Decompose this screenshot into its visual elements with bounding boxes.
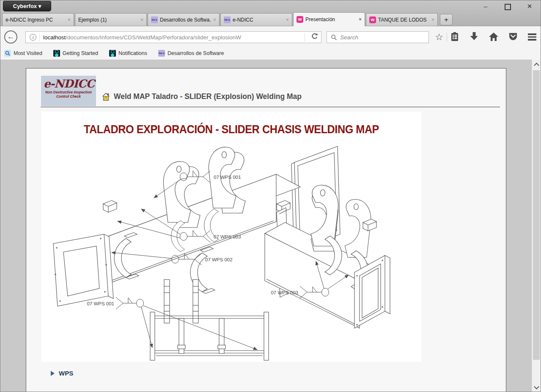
chevron-down-icon (534, 384, 539, 389)
minimize-button[interactable]: – (478, 1, 493, 11)
notifications-icon (109, 50, 116, 57)
callout-label-4: 07 WPS 001 (87, 301, 114, 306)
search-box[interactable]: Search (327, 31, 429, 43)
collapsed-arrow-icon (51, 371, 55, 376)
tab-label: Desarrollos de Softwa... (160, 17, 211, 23)
url-path: /documentos/Informes/CDS/WeldMap/Perfora… (66, 34, 241, 41)
tab-close-icon[interactable]: × (431, 17, 434, 23)
back-button[interactable]: ← (4, 30, 17, 44)
tab-endicc[interactable]: NCS e-NDICC × (220, 13, 292, 26)
url-text[interactable]: localhost/documentos/Informes/CDS/WeldMa… (43, 34, 305, 41)
bookmark-label: Notifications (118, 50, 147, 56)
downloads-button[interactable] (469, 32, 480, 42)
new-tab-button[interactable]: + (440, 14, 453, 25)
callout-label-2: 07 WPS 003 (214, 234, 241, 239)
tab-label: e-NDICC (233, 17, 284, 23)
navigation-toolbar: ← i localhost/documentos/Informes/CDS/We… (0, 26, 541, 47)
bookmark-label: Most Visited (14, 50, 42, 56)
maximize-button[interactable] (500, 1, 515, 11)
search-icon (331, 34, 337, 41)
callout-label-3: 07 WPS 002 (205, 257, 233, 262)
bookmark-label: Getting Started (63, 50, 98, 56)
ncs-icon: NCS (158, 50, 165, 57)
url-divider (39, 33, 40, 41)
ncs-favicon: NCS (224, 16, 231, 23)
clipboard-icon (450, 32, 459, 41)
bookmarks-panel-button[interactable] (449, 32, 460, 42)
tab-tanque-de-lodos[interactable]: w TANQUE DE LODOS × (366, 13, 438, 26)
pocket-icon (508, 32, 518, 41)
tab-label: e-NDICC Ingreso PC (5, 17, 66, 23)
scroll-up-button[interactable] (532, 60, 541, 69)
reload-icon (311, 33, 319, 40)
site-info-icon[interactable]: i (30, 34, 36, 41)
bookmark-star-button[interactable]: ☆ (434, 32, 445, 42)
tab-close-icon[interactable]: × (286, 17, 289, 23)
tab-presentacion-active[interactable]: w Presentación × (293, 12, 365, 26)
callout-label-1: 07 WPS 001 (214, 175, 241, 180)
download-icon (470, 32, 478, 41)
home-button[interactable] (488, 32, 499, 42)
content-panel: e-NDICC Non Destructive Inspection Contr… (26, 68, 506, 392)
bookmark-label: Desarrollos de Software (168, 50, 224, 56)
endicc-logo: e-NDICC Non Destructive Inspection Contr… (41, 76, 96, 106)
tab-label: Ejemplos (1) (78, 17, 139, 23)
wps-section-toggle[interactable]: WPS (51, 370, 73, 377)
wamp-favicon: w (297, 16, 303, 23)
reload-button[interactable] (308, 33, 321, 42)
scrollbar-thumb[interactable] (533, 70, 540, 360)
page-viewport: e-NDICC Non Destructive Inspection Contr… (0, 60, 541, 392)
tab-close-icon[interactable]: × (140, 17, 143, 23)
page-heading-row: Weld MAP Taladro - SLIDER (Explosion) We… (102, 92, 302, 101)
tab-label: Presentación (305, 16, 357, 22)
search-placeholder: Search (340, 34, 358, 41)
url-divider (305, 33, 305, 41)
maximize-icon (505, 4, 511, 10)
vertical-scrollbar[interactable] (532, 60, 541, 392)
bookmark-notifications[interactable]: Notifications (109, 50, 147, 57)
tab-close-icon[interactable]: × (213, 17, 216, 23)
wamp-favicon: w (369, 16, 376, 23)
scroll-down-button[interactable] (532, 383, 541, 392)
toolbar-divider (447, 33, 447, 41)
weld-map-drawing: 07 WPS 001 07 WPS 003 07 WPS 002 (41, 112, 421, 362)
bookmark-desarrollos[interactable]: NCS Desarrollos de Software (158, 50, 224, 57)
menu-icon (528, 33, 536, 35)
tab-desarrollos[interactable]: NCS Desarrollos de Softwa... × (148, 13, 220, 26)
logo-subtitle-2: Control Check (41, 94, 96, 99)
page-title: Weld MAP Taladro - SLIDER (Explosion) We… (114, 92, 302, 101)
close-button[interactable]: ✕ (522, 1, 537, 11)
logo-subtitle-1: Non Destructive Inspection (41, 90, 96, 94)
home-page-icon[interactable] (102, 93, 110, 101)
wps-section-label: WPS (59, 370, 73, 377)
chevron-up-icon (534, 63, 539, 68)
callout-label-5: 07 WPS 003 (271, 290, 298, 295)
menu-button[interactable] (527, 32, 538, 42)
home-icon (489, 32, 498, 41)
pocket-button[interactable] (508, 32, 519, 42)
logo-title: e-NDICC (41, 76, 96, 90)
star-icon: ☆ (435, 32, 443, 42)
most-visited-icon (4, 50, 11, 57)
tab-close-icon[interactable]: × (68, 17, 71, 23)
bookmark-most-visited[interactable]: Most Visited (4, 50, 42, 57)
weld-map-image: TALADRO EXPLORACIÓN - SLIDER CHASIS WELD… (41, 112, 421, 362)
url-host: localhost (43, 34, 66, 41)
bookmarks-toolbar: Most Visited Getting Started Notificatio… (0, 47, 541, 60)
tab-ejemplos[interactable]: Ejemplos (1) × (75, 13, 147, 26)
bookmark-getting-started[interactable]: Getting Started (53, 50, 98, 57)
window-controls: – ✕ (478, 1, 537, 11)
tab-label: TANQUE DE LODOS (378, 17, 430, 23)
tab-endicc-ingreso[interactable]: e-NDICC Ingreso PC × (2, 13, 74, 26)
app-menu-button[interactable]: Cyberfox ▾ (3, 1, 51, 11)
tab-close-icon[interactable]: × (359, 16, 362, 22)
ncs-favicon: NCS (151, 16, 158, 23)
url-bar[interactable]: i localhost/documentos/Informes/CDS/Weld… (25, 31, 321, 43)
titlebar: Cyberfox ▾ – ✕ e-NDICC Ingreso PC × Ejem… (0, 0, 541, 26)
getting-started-icon (53, 50, 60, 57)
heading-divider (41, 107, 500, 107)
